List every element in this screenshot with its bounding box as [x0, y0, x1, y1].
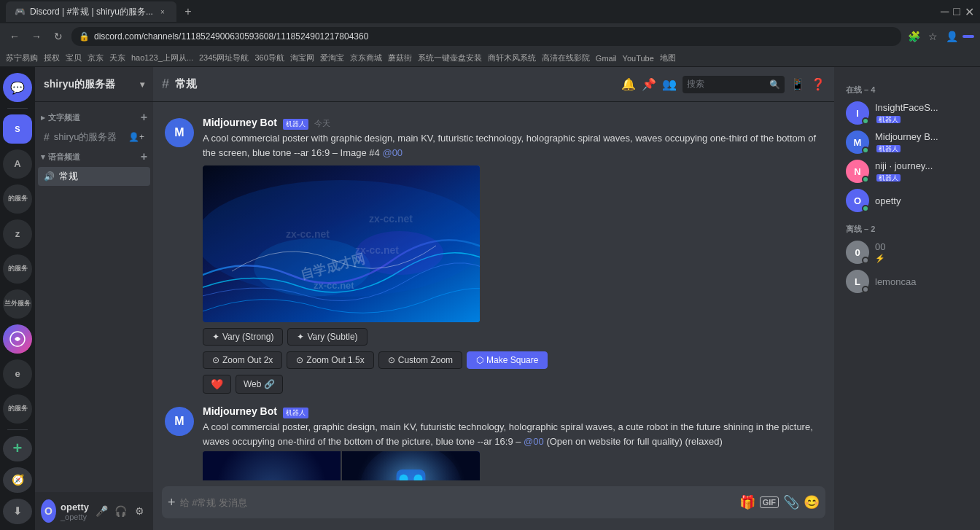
add-server-button[interactable]: +: [3, 436, 32, 461]
heart-button[interactable]: ❤️: [203, 375, 231, 394]
custom-zoom-button[interactable]: ⊙ Custom Zoom: [378, 351, 462, 369]
discord-home-button[interactable]: 💬: [3, 73, 32, 102]
bookmark-gmail[interactable]: Gmail: [596, 54, 617, 63]
bookmark-star-icon[interactable]: ☆: [925, 28, 941, 44]
server-icon-s9[interactable]: 的服务: [3, 394, 32, 424]
bot-badge: 机器人: [283, 119, 308, 130]
server-icon-s5[interactable]: 的服务: [3, 254, 32, 284]
vary-subtle-button[interactable]: ✦ Vary (Subtle): [287, 328, 367, 346]
bookmark-taobao[interactable]: 淘宝网: [290, 52, 314, 63]
svg-point-18: [413, 475, 422, 480]
message-header: Midjourney Bot 机器人 今天: [203, 117, 822, 130]
bookmark-jd[interactable]: 京东: [88, 52, 104, 63]
input-actions: 🎁 GIF 📎 😊: [739, 494, 820, 510]
bookmark-hao123[interactable]: hao123_上网从...: [131, 52, 193, 63]
notification-bell-icon[interactable]: 🔔: [621, 77, 636, 91]
update-button[interactable]: [962, 35, 974, 38]
bookmark-baobei[interactable]: 宝贝: [66, 52, 82, 63]
web-button[interactable]: Web 🔗: [236, 375, 283, 394]
zoom-out-2x-button[interactable]: ⊙ Zoom Out 2x: [203, 351, 282, 369]
list-item[interactable]: O opetty: [840, 186, 974, 215]
extensions-icon[interactable]: 🧩: [906, 28, 922, 44]
list-item[interactable]: I InsightFaceS... 机器人: [840, 98, 974, 128]
maximize-icon[interactable]: □: [953, 5, 960, 19]
list-item[interactable]: L lemoncaa: [840, 267, 974, 296]
vary-subtle-icon: ✦: [297, 332, 304, 342]
members-list: 在线 – 4 I InsightFaceS... 机器人 M Midjourne…: [834, 67, 980, 530]
main-content: # 常规 🔔 📌 👥 搜索 🔍 📱 ❓ M Midj: [153, 67, 834, 530]
active-tab[interactable]: 🎮 Discord | #常规 | shiryu的服务... ×: [6, 1, 176, 22]
bookmark-yingxiang[interactable]: 高清在线影院: [542, 52, 590, 63]
server-icon-s2[interactable]: A: [3, 149, 32, 179]
server-icon-s6[interactable]: 兰外服务: [3, 289, 32, 319]
address-bar-input[interactable]: 🔒 discord.com/channels/11185249006305936…: [71, 27, 901, 46]
bookmark-youtube[interactable]: YouTube: [623, 54, 654, 63]
gift-button[interactable]: 🎁: [739, 494, 755, 510]
add-text-channel-button[interactable]: +: [141, 111, 147, 124]
user-avatar: O: [41, 499, 56, 523]
add-voice-channel-button[interactable]: +: [141, 150, 147, 163]
profile-icon[interactable]: 👤: [944, 28, 960, 44]
make-square-button[interactable]: ⬡ Make Square: [467, 351, 548, 369]
message-input[interactable]: [180, 490, 735, 515]
mic-button[interactable]: 🎤: [93, 503, 109, 519]
bookmark-2345[interactable]: 2345网址导航: [199, 52, 249, 63]
server-icon-s4[interactable]: z: [3, 219, 32, 249]
settings-button[interactable]: ⚙: [131, 503, 147, 519]
close-window-icon[interactable]: ✕: [965, 5, 974, 19]
member-avatar: O: [846, 189, 869, 212]
bookmark-jingdong[interactable]: 京东商城: [350, 52, 382, 63]
category-voice-channels[interactable]: ▾ 语音频道 +: [35, 147, 153, 166]
server-header[interactable]: shiryu的服务器 ▾: [35, 67, 153, 102]
server-separator-2: [7, 429, 28, 430]
server-icon-s1[interactable]: S: [3, 114, 32, 144]
forward-button[interactable]: →: [28, 28, 45, 45]
emoji-button[interactable]: 😊: [804, 494, 820, 510]
pinned-messages-icon[interactable]: 📌: [642, 77, 656, 91]
zoom-out-1-5x-button[interactable]: ⊙ Zoom Out 1.5x: [287, 351, 373, 369]
url-text: discord.com/channels/1118524900630593608…: [94, 31, 368, 42]
category-text-channels[interactable]: ▸ 文字频道 +: [35, 108, 153, 127]
bookmark-xitong[interactable]: 系统一键壶盘安装: [418, 52, 482, 63]
table-row: M Midjourney Bot 机器人 A cool commercial p…: [153, 402, 834, 480]
bookmark-map[interactable]: 地图: [660, 52, 676, 63]
refresh-button[interactable]: ↻: [50, 28, 67, 45]
add-attachment-button[interactable]: +: [168, 495, 176, 510]
inbox-icon[interactable]: 📱: [790, 77, 805, 91]
members-list-toggle-icon[interactable]: 👥: [662, 77, 677, 91]
server-icon-s8[interactable]: e: [3, 359, 32, 389]
server-icon-s3[interactable]: 的服务: [3, 184, 32, 214]
list-item[interactable]: 0 00 ⚡: [840, 238, 974, 267]
online-members-category: 在线 – 4: [840, 82, 974, 98]
channel-header: # 常规 🔔 📌 👥 搜索 🔍 📱 ❓: [153, 67, 834, 102]
header-actions: 🔔 📌 👥 搜索 🔍 📱 ❓: [621, 76, 825, 93]
channel-item-changgui[interactable]: 🔊 常规: [38, 167, 150, 186]
channel-item-shiryu[interactable]: # shiryu的服务器 👤+ shiryu的服务器: [38, 128, 150, 147]
bookmark-shouxin[interactable]: 授权: [44, 52, 60, 63]
server-name: shiryu的服务器: [44, 78, 140, 91]
new-tab-button[interactable]: +: [179, 3, 197, 20]
download-button[interactable]: ⬇: [3, 499, 32, 524]
search-icon: 🔍: [769, 79, 780, 90]
bookmark-shanxuan[interactable]: 商轩木风系统: [488, 52, 536, 63]
back-button[interactable]: ←: [6, 28, 23, 45]
vary-strong-button[interactable]: ✦ Vary (Strong): [203, 328, 283, 346]
help-icon[interactable]: ❓: [811, 77, 825, 91]
bookmark-mogu[interactable]: 蘑菇街: [388, 52, 412, 63]
list-item[interactable]: N niji · journey... 机器人: [840, 157, 974, 186]
bookmark-suning[interactable]: 苏宁易购: [6, 52, 38, 63]
server-icon-s7[interactable]: [3, 324, 32, 354]
bookmark-tiandong[interactable]: 天东: [109, 52, 125, 63]
offline-status-dot: [862, 286, 869, 293]
bookmark-360[interactable]: 360导航: [254, 52, 284, 63]
upload-button[interactable]: 📎: [783, 494, 799, 510]
list-item[interactable]: M Midjourney B... 机器人: [840, 128, 974, 157]
gif-button[interactable]: GIF: [760, 496, 779, 508]
minimize-icon[interactable]: ─: [941, 5, 949, 19]
search-box[interactable]: 搜索 🔍: [682, 76, 785, 93]
channel-add-member-icon[interactable]: 👤+: [128, 132, 144, 142]
headphone-button[interactable]: 🎧: [112, 503, 128, 519]
tab-close-button[interactable]: ×: [158, 7, 168, 17]
discover-servers-button[interactable]: 🧭: [3, 467, 32, 493]
bookmark-aitaobao[interactable]: 爱淘宝: [320, 52, 344, 63]
